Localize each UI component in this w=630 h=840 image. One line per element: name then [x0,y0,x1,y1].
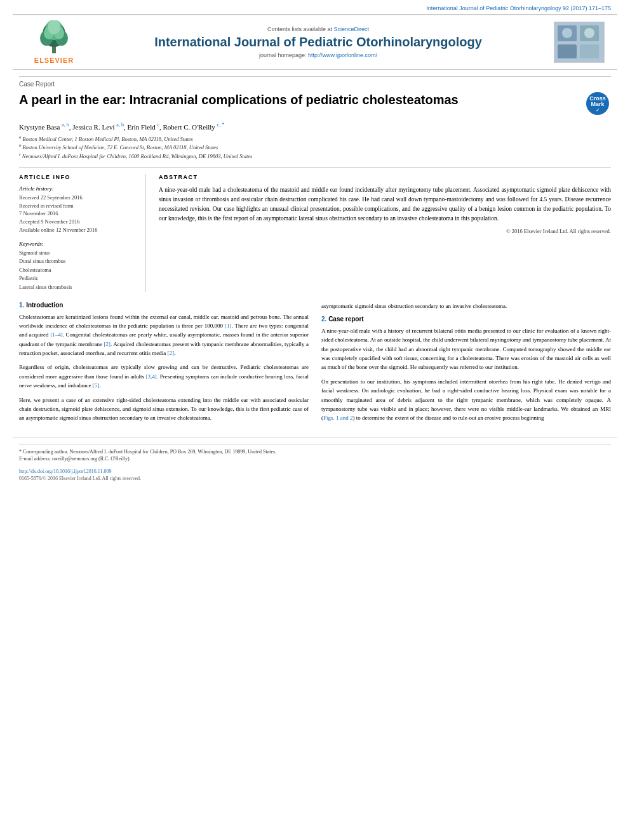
journal-cover-image [554,22,604,62]
ref-1[interactable]: [1] [225,323,232,329]
svg-rect-11 [558,44,577,58]
aff-2-text: Boston University School of Medicine, 72… [22,144,218,150]
case-report-label: Case report [328,316,364,323]
article-info-col: ARTICLE INFO Article history: Received 2… [19,174,146,292]
svg-point-13 [562,28,572,38]
journal-ref-text: International Journal of Pediatric Otorh… [426,5,611,11]
email-link[interactable]: roreilly@nemours.org [52,456,97,462]
keyword-4: Pediatric [19,274,136,283]
case-report-num: 2. [321,316,326,323]
keyword-1: Sigmoid sinus [19,249,136,258]
body-col-left: 1. Introduction Cholesteatomas are kerat… [19,302,309,428]
keywords-title: Keywords: [19,241,136,247]
section-label: Case Report [19,76,611,88]
ref-1-4[interactable]: [1–4] [50,331,63,338]
journal-full-title: International Journal of Pediatric Otorh… [89,35,547,50]
intro-label: Introduction [26,302,63,309]
footnotes: * Corresponding author. Nemours/Alfred I… [19,444,611,462]
email-note: E-mail address: roreilly@nemours.org (R.… [19,456,611,462]
footnote-divider [13,437,617,437]
keyword-3: Cholesteatoma [19,266,136,275]
sciencedirect-link[interactable]: ScienceDirect [334,26,370,32]
figs-1-2[interactable]: Figs. 1 and 2 [323,415,353,421]
crossmark-icon: Cross Mark ✓ [586,91,610,116]
history-title: Article history: [19,185,136,192]
aff-3-text: Nemours/Alfred I. duPont Hospital for Ch… [22,153,253,159]
main-content: Case Report A pearl in the ear: Intracra… [0,70,630,434]
article-history: Article history: Received 22 September 2… [19,185,136,234]
page: International Journal of Pediatric Otorh… [0,0,630,840]
ref-2b[interactable]: [2] [167,350,174,356]
case-report-title: 2. Case report [321,316,611,323]
svg-text:Mark: Mark [591,101,605,107]
abstract-body: A nine-year-old male had a cholesteatoma… [159,185,611,224]
publisher-logo-area: ELSEVIER [25,20,83,64]
and-text: and [340,415,349,421]
case-para-1: A nine-year-old male with a history of r… [321,326,611,372]
svg-point-14 [584,28,594,38]
highlights-word: highlights [236,206,260,212]
history-item-2: Received in revised form [19,202,136,210]
keywords-section: Keywords: Sigmoid sinus Dural sinus thro… [19,241,136,292]
svg-text:✓: ✓ [596,108,600,112]
intro-para-1: Cholesteatomas are keratinized lesions f… [19,312,309,358]
homepage-label: journal homepage: [259,52,307,58]
aff-1-text: Boston Medical Center, 1 Boston Medical … [22,135,193,142]
abstract-col: ABSTRACT A nine-year-old male had a chol… [159,174,611,292]
footer-links: http://dx.doi.org/10.1016/j.ijporl.2016.… [0,465,630,485]
intro-title: 1. Introduction [19,302,309,309]
affiliation-2: b Boston University School of Medicine, … [19,143,611,152]
body-section: 1. Introduction Cholesteatomas are kerat… [19,302,611,428]
journal-header: ELSEVIER Contents lists available at Sci… [13,14,617,70]
authors-line: Krystyne Basa a, b, Jessica R. Levi a, b… [19,122,611,131]
elsevier-tree-icon [35,20,73,55]
body-col-right: asymptomatic sigmoid sinus obstruction s… [321,302,611,428]
intro-para-2: Regardless of origin, cholesteatomas are… [19,363,309,390]
corresponding-author-note: * Corresponding author. Nemours/Alfred I… [19,448,611,456]
journal-reference: International Journal of Pediatric Otorh… [0,0,630,14]
affiliation-3: c Nemours/Alfred I. duPont Hospital for … [19,152,611,161]
journal-title-area: Contents lists available at ScienceDirec… [89,26,547,58]
abstract-title: ABSTRACT [159,174,611,180]
history-item-1: Received 22 September 2016 [19,194,136,202]
history-item-4: Accepted 9 November 2016 [19,218,136,226]
keyword-2: Dural sinus thrombus [19,257,136,266]
elsevier-logo: ELSEVIER [25,20,83,64]
case-para-2: On presentation to our institution, his … [321,377,611,423]
author-1-sup: a, b [62,122,69,128]
contents-line: Contents lists available at ScienceDirec… [89,26,547,32]
copyright-line: © 2016 Elsevier Ireland Ltd. All rights … [159,228,611,234]
article-main-title: A pearl in the ear: Intracranial complic… [19,91,586,108]
author-2-name: Jessica R. Levi [72,123,116,131]
journal-homepage-line: journal homepage: http://www.ijporlonlin… [89,52,547,58]
author-1-name: Krystyne Basa [19,123,62,131]
history-item-5: Available online 12 November 2016 [19,226,136,234]
intro-num: 1. [19,302,24,309]
intro-para-3: Here, we present a case of an extensive … [19,396,309,423]
history-item-3: 7 November 2016 [19,210,136,218]
issn-line: 0165-5876/© 2016 Elsevier Ireland Ltd. A… [19,476,611,481]
author-4-sup: c, * [217,122,225,128]
svg-rect-12 [580,44,599,58]
affiliations-block: a Boston Medical Center, 1 Boston Medica… [19,135,611,161]
ref-2a[interactable]: [2] [104,341,111,347]
homepage-url[interactable]: http://www.ijporlonline.com/ [308,52,377,58]
article-info-title: ARTICLE INFO [19,174,136,180]
author-2-sup: a, b [116,122,124,128]
body-columns: 1. Introduction Cholesteatomas are kerat… [19,302,611,428]
crossmark-area: Cross Mark ✓ [586,91,611,116]
header-thumbnail [554,22,605,63]
article-title-area: A pearl in the ear: Intracranial complic… [19,91,611,116]
ref-3-4[interactable]: [3,4] [146,373,157,380]
keyword-5: Lateral sinus thrombosis [19,283,136,292]
contents-label: Contents lists available at [267,26,332,32]
ref-5[interactable]: [5] [93,382,100,389]
info-abstract-cols: ARTICLE INFO Article history: Received 2… [19,167,611,292]
affiliation-1: a Boston Medical Center, 1 Boston Medica… [19,135,611,143]
author-4-name: Robert C. O'Reilly [163,123,217,131]
elsevier-wordmark: ELSEVIER [34,57,74,64]
author-3-name: Erin Field [127,123,157,131]
intro-continued: asymptomatic sigmoid sinus obstruction s… [321,302,611,310]
doi-link[interactable]: http://dx.doi.org/10.1016/j.ijporl.2016.… [19,469,611,474]
